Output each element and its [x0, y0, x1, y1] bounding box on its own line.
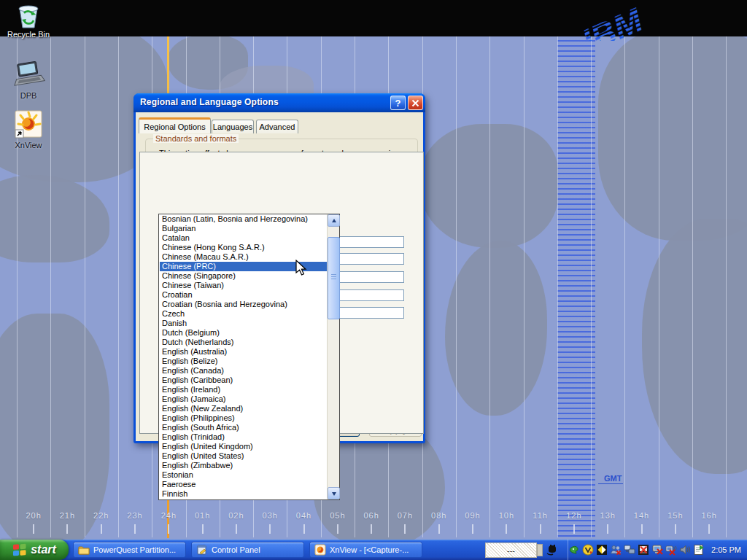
language-list-item[interactable]: English (Jamaica)	[160, 394, 327, 404]
chevron-down-icon	[332, 492, 336, 498]
language-list-item[interactable]: English (Philippines)	[160, 413, 327, 423]
deskband[interactable]: ---	[485, 542, 537, 558]
timezone-label: 13h	[591, 511, 624, 520]
norton-antivirus-icon[interactable]	[596, 544, 608, 556]
desktop-icon-label: DPB	[1, 91, 56, 100]
taskbar-button-control-panel[interactable]: Control Panel	[191, 542, 304, 558]
timezone-label: 16h	[692, 511, 726, 520]
language-list-item[interactable]: Croatian	[160, 290, 327, 300]
timezone-tick	[438, 524, 440, 534]
gmt-meridian-band	[557, 36, 595, 537]
timezone-tick	[202, 524, 204, 534]
taskbar-button-xnview[interactable]: XnView - [<Capture-...	[309, 542, 422, 558]
system-tray: 2:05 PM	[568, 540, 747, 560]
xnview-icon	[314, 544, 326, 556]
tv-capture-icon[interactable]	[638, 544, 649, 556]
continent-shape	[445, 241, 547, 416]
language-list-item[interactable]: Dutch (Belgium)	[160, 328, 327, 338]
language-list-item[interactable]: English (Trinidad)	[160, 432, 327, 442]
language-list-item[interactable]: English (Canada)	[160, 366, 327, 376]
desktop-icon-xnview[interactable]: XnView	[1, 109, 56, 149]
tab-advanced[interactable]: Advanced	[256, 120, 298, 133]
language-list-item[interactable]: Chinese (Taiwan)	[160, 281, 327, 290]
language-list-item[interactable]: English (South Africa)	[160, 423, 327, 432]
timezone-boundary-line	[692, 36, 693, 537]
scroll-down-button[interactable]	[328, 487, 340, 499]
taskbar-button-powerquest[interactable]: PowerQuest Partition...	[73, 542, 186, 558]
disconnected-pc-icon[interactable]	[651, 544, 663, 556]
taskbar-button-label: XnView - [<Capture-...	[330, 545, 409, 554]
language-list-item[interactable]: English (Australia)	[160, 347, 327, 357]
regional-language-options-dialog: Regional and Language Options ? Regional…	[133, 93, 425, 443]
tab-regional-options[interactable]: Regional Options	[139, 117, 211, 133]
timezone-tick	[66, 524, 68, 534]
scrollbar-thumb[interactable]	[328, 237, 340, 319]
timezone-label: 08h	[422, 511, 456, 520]
folder-icon	[78, 544, 90, 556]
timezone-tick	[573, 524, 575, 534]
help-button[interactable]: ?	[390, 96, 406, 110]
timezone-tick	[472, 524, 473, 534]
timezone-label: 09h	[456, 511, 489, 520]
timezone-label: 05h	[321, 511, 355, 520]
continent-shape	[642, 219, 747, 474]
start-button[interactable]: start	[0, 540, 69, 560]
language-list-item[interactable]: Finnish	[160, 489, 327, 499]
timezone-boundary-line	[557, 36, 558, 537]
scroll-up-button[interactable]	[328, 214, 340, 227]
timezone-label: 15h	[659, 511, 692, 520]
timezone-label: 23h	[118, 511, 152, 520]
timezone-tick	[33, 524, 34, 534]
timezone-tick	[101, 524, 102, 534]
language-list-item[interactable]: English (New Zealand)	[160, 404, 327, 413]
language-list-item[interactable]: Bosnian (Latin, Bosnia and Herzegovina)	[160, 214, 327, 224]
close-button[interactable]	[408, 96, 423, 110]
timezone-tick	[708, 524, 710, 534]
desktop-icon-dpb[interactable]: DPB	[1, 60, 56, 100]
scheduler-icon[interactable]	[693, 544, 705, 556]
network-status-icon[interactable]	[624, 544, 635, 556]
language-list-item[interactable]: Catalan	[160, 233, 327, 243]
language-list-item[interactable]: Danish	[160, 319, 327, 328]
volume-icon[interactable]	[679, 544, 691, 556]
language-list-item[interactable]: Czech	[160, 309, 327, 319]
language-list-item[interactable]: Croatian (Bosnia and Herzegovina)	[160, 300, 327, 309]
tab-languages[interactable]: Languages	[212, 120, 254, 133]
language-list-item[interactable]: English (Ireland)	[160, 385, 327, 394]
language-list-item[interactable]: Dutch (Netherlands)	[160, 338, 327, 347]
timezone-tick	[168, 524, 169, 534]
desktop-icon-recycle-bin[interactable]: Recycle Bin	[1, 3, 56, 39]
language-list-item[interactable]: English (United Kingdom)	[160, 442, 327, 451]
language-list[interactable]: Bosnian (Latin, Bosnia and Herzegovina)B…	[158, 214, 340, 500]
language-list-item[interactable]: Estonian	[160, 470, 327, 480]
timezone-label: 10h	[489, 511, 523, 520]
timezone-tick	[236, 524, 237, 534]
language-list-item[interactable]: English (Belize)	[160, 357, 327, 366]
desktop-screen: GMT 20h21h22h23h24h01h02h03h04h05h06h07h…	[0, 0, 747, 560]
tab-label: Advanced	[260, 122, 295, 131]
language-list-item[interactable]: Faeroese	[160, 480, 327, 489]
deskband-handle[interactable]	[537, 544, 543, 556]
removable-device-icon[interactable]	[568, 544, 580, 556]
tab-label: Languages	[213, 122, 252, 131]
language-list-item[interactable]: English (Caribbean)	[160, 376, 327, 385]
timezone-tick	[134, 524, 136, 534]
taskbar-clock[interactable]: 2:05 PM	[711, 545, 741, 554]
standards-formats-caption: Standards and formats	[153, 134, 239, 143]
timezone-boundary-line	[726, 36, 727, 537]
chevron-up-icon	[332, 217, 336, 222]
language-list-item[interactable]: Bulgarian	[160, 224, 327, 233]
timezone-label: 22h	[85, 511, 118, 520]
voice-agent-icon[interactable]	[582, 544, 594, 556]
language-list-items: Bosnian (Latin, Bosnia and Herzegovina)B…	[160, 214, 327, 499]
language-list-item[interactable]: English (United States)	[160, 451, 327, 461]
language-list-scrollbar[interactable]	[327, 214, 339, 499]
power-plug-icon[interactable]	[546, 544, 559, 556]
language-list-item[interactable]: English (Zimbabwe)	[160, 461, 327, 470]
display-disconnected-icon[interactable]	[665, 544, 677, 556]
language-list-item[interactable]: Chinese (Hong Kong S.A.R.)	[160, 243, 327, 252]
offline-users-icon[interactable]	[610, 544, 622, 556]
timezone-tick	[675, 524, 676, 534]
dialog-titlebar[interactable]: Regional and Language Options ?	[133, 93, 425, 112]
close-icon	[411, 99, 419, 107]
